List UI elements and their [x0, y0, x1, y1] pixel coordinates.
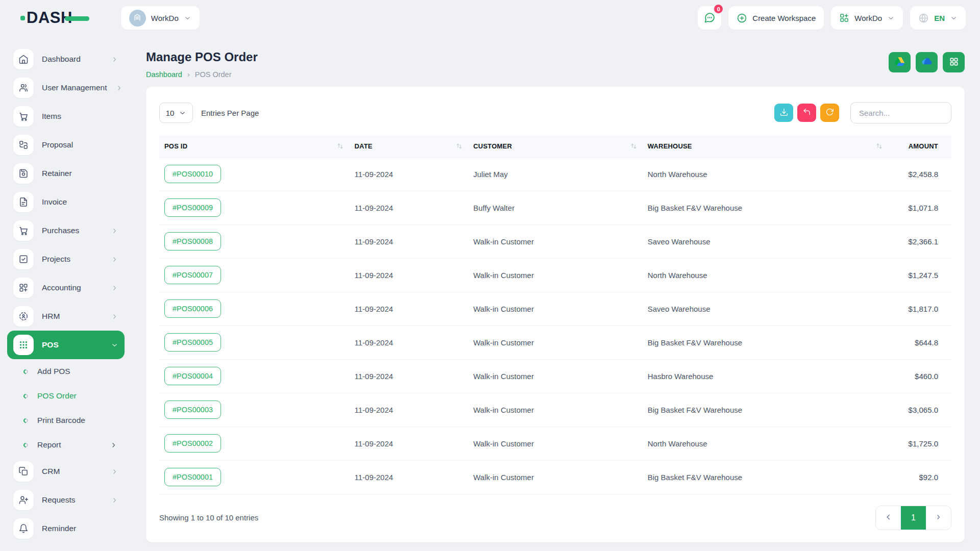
sidebar-item-label: Dashboard [42, 55, 81, 64]
sidebar-subitem-pos-order[interactable]: POS Order [7, 384, 125, 408]
breadcrumb-current: POS Order [195, 70, 232, 79]
chevron-right-icon [111, 468, 118, 475]
purchases-cart-icon [13, 220, 34, 241]
pos-id-badge[interactable]: #POS00005 [164, 333, 221, 352]
language-selector[interactable]: EN [910, 6, 966, 30]
search-input[interactable] [850, 102, 951, 123]
undo-icon [802, 108, 811, 118]
sidebar-item-accounting[interactable]: Accounting [7, 273, 125, 302]
cell-warehouse: Big Basket F&V Warehouse [643, 393, 888, 427]
sidebar-item-items[interactable]: Items [7, 102, 125, 131]
column-header-warehouse[interactable]: WAREHOUSE [643, 136, 888, 157]
sidebar-item-requests[interactable]: Requests [7, 486, 125, 514]
cell-date: 11-09-2024 [349, 325, 468, 359]
sidebar-item-user-management[interactable]: User Management [7, 73, 125, 102]
sidebar-item-reminder[interactable]: Reminder [7, 514, 125, 543]
sort-icon [875, 142, 883, 150]
sidebar-subitem-report[interactable]: Report [7, 433, 125, 457]
column-label: AMOUNT [909, 142, 938, 150]
workspace-selector[interactable]: WorkDo [121, 6, 200, 30]
sidebar-item-retainer[interactable]: Retainer [7, 159, 125, 188]
table-row: #POS00002 11-09-2024 Walk-in Customer No… [159, 427, 951, 460]
google-drive-button[interactable] [889, 52, 911, 72]
cell-warehouse: Big Basket F&V Warehouse [643, 460, 888, 494]
sidebar-item-pos[interactable]: POS [7, 331, 125, 359]
bullet-icon [22, 442, 29, 448]
grid-view-button[interactable] [943, 52, 965, 72]
table-row: #POS00008 11-09-2024 Walk-in Customer Sa… [159, 224, 951, 258]
workdo-menu-button[interactable]: WorkDo [831, 6, 903, 30]
pos-id-badge[interactable]: #POS00009 [164, 198, 221, 217]
cell-date: 11-09-2024 [349, 393, 468, 427]
breadcrumb-dashboard-link[interactable]: Dashboard [146, 70, 182, 79]
column-header-amount[interactable]: AMOUNT [888, 136, 951, 157]
cell-date: 11-09-2024 [349, 460, 468, 494]
messages-badge: 0 [713, 4, 724, 14]
pos-id-badge[interactable]: #POS00007 [164, 266, 221, 284]
grid-icon [949, 57, 959, 68]
pagination-prev-button[interactable] [876, 506, 901, 530]
column-header-customer[interactable]: CUSTOMER [468, 136, 642, 157]
sidebar-subitem-add-pos[interactable]: Add POS [7, 359, 125, 384]
sidebar-item-proposal[interactable]: Proposal [7, 131, 125, 159]
sort-icon [455, 142, 463, 150]
pos-id-badge[interactable]: #POS00008 [164, 232, 221, 251]
bullet-icon [22, 368, 29, 375]
entries-per-page-select[interactable]: 10 [159, 103, 193, 123]
entries-summary: Showing 1 to 10 of 10 entries [159, 513, 258, 522]
chevron-right-icon [111, 313, 118, 320]
sidebar-item-purchases[interactable]: Purchases [7, 216, 125, 245]
home-icon [13, 49, 34, 69]
column-header-pos-id[interactable]: POS ID [159, 136, 349, 157]
main-content: Manage POS Order Dashboard › POS Order 1… [132, 36, 980, 551]
export-button[interactable] [774, 104, 793, 122]
refresh-button[interactable] [820, 104, 839, 122]
column-label: DATE [354, 142, 372, 150]
google-drive-icon [894, 56, 905, 69]
pos-id-badge[interactable]: #POS00001 [164, 468, 221, 486]
sidebar-item-invoice[interactable]: Invoice [7, 188, 125, 216]
cell-amount: $644.8 [888, 325, 951, 359]
cell-customer: Buffy Walter [468, 191, 642, 224]
cell-customer: Walk-in Customer [468, 393, 642, 427]
reset-button[interactable] [797, 104, 816, 122]
logo-accent-dash [65, 16, 89, 21]
pos-id-badge[interactable]: #POS00006 [164, 299, 221, 318]
messages-button[interactable]: 0 [698, 6, 721, 30]
pos-id-badge[interactable]: #POS00003 [164, 400, 221, 419]
accounting-icon [13, 278, 34, 298]
sidebar-item-dashboard[interactable]: Dashboard [7, 45, 125, 73]
cell-customer: Walk-in Customer [468, 359, 642, 393]
sidebar-subitem-print-barcode[interactable]: Print Barcode [7, 408, 125, 433]
sidebar-item-projects[interactable]: Projects [7, 245, 125, 273]
pos-id-badge[interactable]: #POS00004 [164, 367, 221, 385]
sidebar-item-hrm[interactable]: HRM [7, 302, 125, 331]
pagination-page-1[interactable]: 1 [901, 506, 926, 530]
download-icon [779, 108, 789, 118]
sidebar-nav: Dashboard User Management Items Proposal… [7, 45, 125, 543]
pos-id-badge[interactable]: #POS00010 [164, 165, 221, 183]
onedrive-button[interactable] [916, 52, 938, 72]
pos-id-badge[interactable]: #POS00002 [164, 434, 221, 453]
column-header-date[interactable]: DATE [349, 136, 468, 157]
chat-icon [703, 12, 716, 24]
table-row: #POS00004 11-09-2024 Walk-in Customer Ha… [159, 359, 951, 393]
sidebar-item-label: User Management [42, 83, 107, 92]
logo-accent-dot [20, 16, 25, 20]
create-workspace-button[interactable]: Create Workspace [728, 6, 824, 30]
table-actions [770, 102, 951, 123]
cell-warehouse: Saveo Warehouse [643, 224, 888, 258]
cell-amount: $92.0 [888, 460, 951, 494]
cell-customer: Walk-in Customer [468, 427, 642, 460]
column-label: WAREHOUSE [648, 142, 692, 150]
sidebar-item-label: Proposal [42, 140, 73, 149]
hrm-icon [13, 306, 34, 327]
sidebar-item-crm[interactable]: CRM [7, 457, 125, 486]
pagination-next-button[interactable] [926, 506, 951, 530]
sidebar-item-label: Invoice [42, 197, 67, 207]
sidebar-item-label: Retainer [42, 169, 72, 178]
app-logo[interactable]: DASH [20, 9, 89, 27]
chevron-down-icon [950, 14, 958, 22]
cell-customer: Walk-in Customer [468, 224, 642, 258]
table-footer: Showing 1 to 10 of 10 entries 1 [159, 494, 951, 542]
